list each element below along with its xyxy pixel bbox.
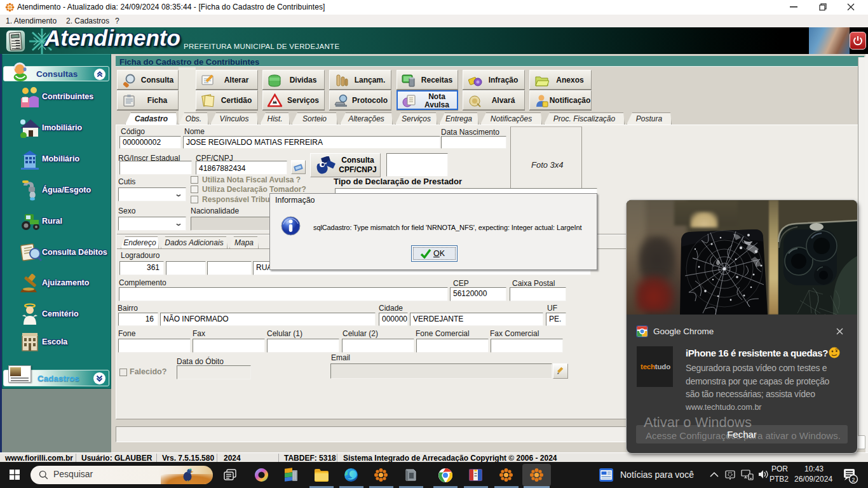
svg-text:2: 2 <box>851 477 855 483</box>
